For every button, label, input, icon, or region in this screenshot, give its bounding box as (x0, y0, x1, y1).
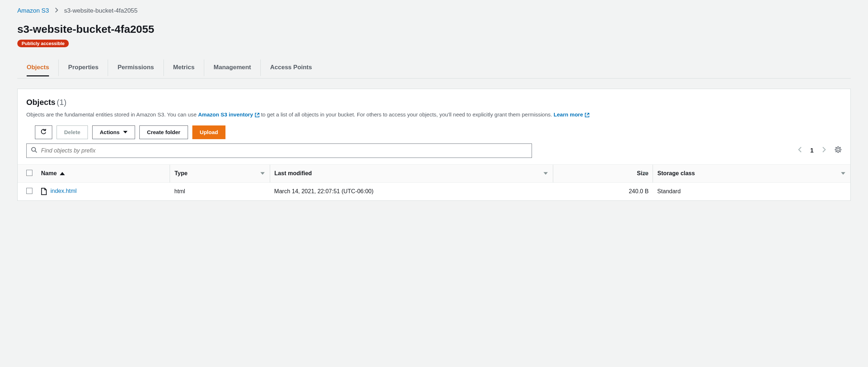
refresh-button[interactable] (35, 125, 52, 139)
chevron-right-icon (55, 7, 58, 14)
search-icon (31, 147, 37, 154)
prev-page-button[interactable] (798, 147, 802, 154)
inventory-link[interactable]: Amazon S3 inventory (198, 111, 260, 118)
column-type[interactable]: Type (170, 164, 270, 182)
column-last-modified[interactable]: Last modified (270, 164, 553, 182)
gear-icon (835, 146, 842, 155)
table-row: index.htmlhtmlMarch 14, 2021, 22:07:51 (… (18, 182, 850, 200)
toolbar: Delete Actions Create folder Upload (26, 125, 842, 139)
create-folder-button[interactable]: Create folder (139, 125, 188, 139)
column-storage-class[interactable]: Storage class (653, 164, 850, 182)
panel-description: Objects are the fundamental entities sto… (26, 111, 842, 119)
pagination: 1 (798, 146, 842, 155)
file-icon (41, 188, 47, 195)
sort-asc-icon (60, 172, 65, 175)
external-link-icon (585, 112, 590, 118)
tab-properties[interactable]: Properties (68, 59, 98, 75)
tab-permissions[interactable]: Permissions (117, 59, 154, 75)
public-badge: Publicly accessible (17, 40, 69, 47)
svg-point-0 (32, 147, 36, 151)
column-name[interactable]: Name (37, 164, 170, 182)
sort-icon (543, 172, 548, 175)
column-size[interactable]: Size (553, 164, 653, 182)
tabs: ObjectsPropertiesPermissionsMetricsManag… (17, 57, 851, 79)
refresh-icon (40, 128, 47, 136)
tab-management[interactable]: Management (214, 59, 251, 75)
page-number: 1 (810, 147, 814, 154)
desc-text: to get a list of all objects in your buc… (261, 111, 554, 118)
tab-objects[interactable]: Objects (27, 59, 49, 76)
cell-size: 240.0 B (553, 182, 653, 200)
learn-more-link[interactable]: Learn more (554, 111, 590, 118)
search-input[interactable] (41, 147, 527, 154)
cell-storage-class: Standard (653, 182, 850, 200)
row-checkbox[interactable] (26, 188, 32, 194)
cell-last-modified: March 14, 2021, 22:07:51 (UTC-06:00) (270, 182, 553, 200)
breadcrumb: Amazon S3 s3-website-bucket-4fa2055 (17, 7, 851, 14)
actions-button[interactable]: Actions (92, 125, 135, 139)
settings-button[interactable] (835, 146, 842, 155)
sort-icon (643, 172, 648, 175)
object-link[interactable]: index.html (50, 188, 77, 194)
caret-down-icon (123, 131, 127, 133)
desc-text: Objects are the fundamental entities sto… (26, 111, 198, 118)
objects-panel: Objects (1) Objects are the fundamental … (17, 89, 851, 201)
tab-access-points[interactable]: Access Points (270, 59, 312, 75)
external-link-icon (255, 112, 260, 118)
breadcrumb-root-link[interactable]: Amazon S3 (17, 7, 49, 14)
sort-icon (260, 172, 265, 175)
objects-table: Name Type Last modified Size Storage cla… (18, 164, 850, 200)
sort-icon (841, 172, 845, 175)
panel-title: Objects (26, 98, 55, 107)
actions-label: Actions (100, 129, 120, 135)
svg-line-1 (35, 151, 37, 153)
select-all-checkbox[interactable] (26, 170, 32, 176)
tab-metrics[interactable]: Metrics (173, 59, 195, 75)
upload-button[interactable]: Upload (192, 125, 226, 139)
cell-type: html (170, 182, 270, 200)
delete-button[interactable]: Delete (57, 125, 88, 139)
page-title: s3-website-bucket-4fa2055 (17, 23, 851, 35)
panel-count: (1) (57, 98, 67, 107)
next-page-button[interactable] (822, 147, 826, 154)
breadcrumb-current: s3-website-bucket-4fa2055 (64, 7, 138, 14)
search-box[interactable] (26, 143, 532, 158)
